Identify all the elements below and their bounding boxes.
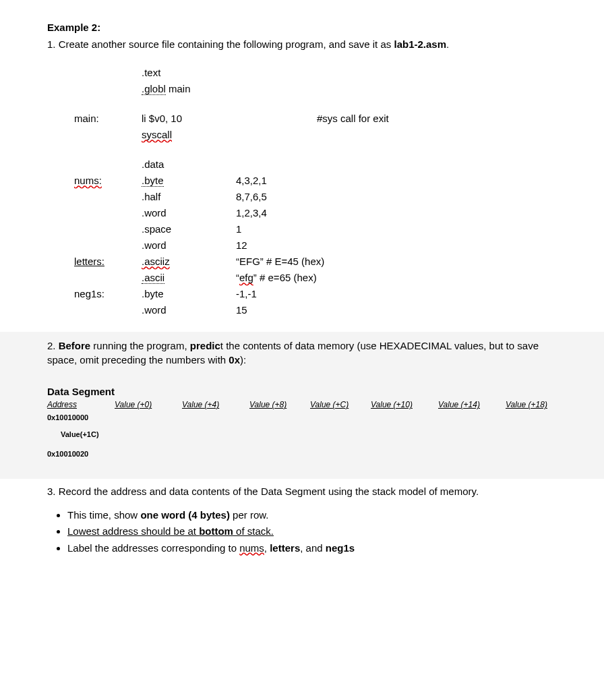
col-value-0: Value (+0) bbox=[115, 399, 182, 411]
instruction-text: li $v0, 10 bbox=[142, 111, 236, 127]
p2c: running the program, bbox=[90, 340, 190, 351]
b2b: bottom bbox=[199, 525, 233, 537]
directive-arg: main bbox=[166, 83, 191, 94]
instruction-1-text-a: 1. Create another source file containing… bbox=[47, 38, 394, 50]
list-item: Label the addresses corresponding to num… bbox=[67, 541, 557, 556]
page-content: Example 2: 1. Create another source file… bbox=[0, 0, 604, 584]
b3e: , and bbox=[300, 542, 326, 554]
directive-text: .data bbox=[142, 156, 236, 173]
value-text: 1,2,3,4 bbox=[236, 205, 317, 221]
value-text: 15 bbox=[236, 302, 317, 318]
comment-text: #sys call for exit bbox=[317, 111, 557, 127]
segment-data-row: 0x10010000 bbox=[47, 411, 557, 425]
directive-text: .half bbox=[142, 189, 236, 205]
directive-text: .text bbox=[142, 65, 236, 81]
code-line: nums: .byte 4,3,2,1 bbox=[74, 173, 557, 189]
directive-text: .word bbox=[142, 237, 236, 254]
code-line: .word 12 bbox=[74, 237, 557, 254]
value-text: -1,-1 bbox=[236, 286, 317, 302]
b3b: nums bbox=[239, 542, 264, 554]
segment-extra-col: Value(+1C) bbox=[47, 430, 557, 438]
code-line: .space 1 bbox=[74, 221, 557, 237]
col-value-18: Value (+18) bbox=[506, 399, 566, 411]
quote-c: ” # e=65 (hex) bbox=[253, 272, 317, 283]
code-line: .word 1,2,3,4 bbox=[74, 205, 557, 221]
p2b: Before bbox=[59, 340, 91, 351]
value-text: 4,3,2,1 bbox=[236, 173, 317, 189]
b2c: of stack. bbox=[233, 525, 274, 537]
code-line: .globl main bbox=[74, 81, 557, 97]
code-line: neg1s: .byte -1,-1 bbox=[74, 286, 557, 302]
label-nums: nums: bbox=[74, 175, 102, 186]
code-line: .data bbox=[74, 156, 557, 173]
b3c: , bbox=[264, 542, 270, 554]
directive-ascii: .ascii bbox=[142, 272, 164, 284]
bullet-list: This time, show one word (4 bytes) per r… bbox=[67, 508, 557, 556]
label-neg1s: neg1s: bbox=[74, 286, 142, 302]
list-item: Lowest address should be at bottom of st… bbox=[67, 524, 557, 539]
directive-text: .word bbox=[142, 302, 236, 318]
code-line: .word 15 bbox=[74, 302, 557, 318]
segment-header-row: Address Value (+0) Value (+4) Value (+8)… bbox=[47, 399, 557, 411]
label-letters: letters: bbox=[74, 256, 104, 267]
code-line: .ascii “efg” # e=65 (hex) bbox=[74, 270, 557, 286]
directive-text: .byte bbox=[142, 286, 236, 302]
instruction-1-text-c: . bbox=[446, 38, 449, 50]
p2d: predic bbox=[190, 340, 220, 351]
directive-text: .byte bbox=[142, 175, 164, 187]
code-line: letters: .asciiz “EFG” # E=45 (hex) bbox=[74, 254, 557, 270]
address-cell: 0x10010020 bbox=[47, 448, 115, 461]
directive-text: .space bbox=[142, 221, 236, 237]
directive-globl: .globl main bbox=[142, 81, 236, 97]
value-text: “EFG” # E=45 (hex) bbox=[236, 254, 317, 270]
p2a: 2. bbox=[47, 340, 59, 351]
p2f: 0x bbox=[229, 354, 240, 366]
address-cell: 0x10010000 bbox=[47, 411, 115, 425]
data-segment-title: Data Segment bbox=[47, 386, 557, 397]
directive-asciiz: .asciiz bbox=[142, 256, 170, 267]
b3d: letters bbox=[270, 542, 300, 554]
col-value-8: Value (+8) bbox=[249, 399, 310, 411]
instruction-syscall: syscall bbox=[142, 129, 172, 140]
code-line: .half 8,7,6,5 bbox=[74, 189, 557, 205]
col-value-10: Value (+10) bbox=[371, 399, 438, 411]
assembly-code-block: .text .globl main main: li $v0, 10 #sys … bbox=[74, 65, 557, 318]
directive-text: .word bbox=[142, 205, 236, 221]
p2g: ): bbox=[240, 354, 246, 366]
b3a: Label the addresses corresponding to bbox=[67, 542, 239, 554]
b2-underline: Lowest address should be at bottom of st… bbox=[67, 525, 274, 537]
directive-text: .globl bbox=[142, 83, 166, 95]
col-value-4: Value (+4) bbox=[182, 399, 249, 411]
value-text: 12 bbox=[236, 237, 317, 254]
col-address: Address bbox=[47, 399, 115, 411]
code-line: main: li $v0, 10 #sys call for exit bbox=[74, 111, 557, 127]
code-line: .text bbox=[74, 65, 557, 81]
b1c: per row. bbox=[230, 509, 269, 521]
efg-text: efg bbox=[239, 272, 253, 283]
b3f: neg1s bbox=[326, 542, 355, 554]
label-main: main: bbox=[74, 111, 142, 127]
col-value-c: Value (+C) bbox=[310, 399, 371, 411]
filename: lab1-2.asm bbox=[394, 38, 446, 50]
instruction-3: 3. Record the address and data contents … bbox=[47, 484, 557, 498]
instruction-2: 2. Before running the program, predict t… bbox=[47, 339, 557, 367]
code-line: syscall bbox=[74, 127, 557, 143]
value-text: 1 bbox=[236, 221, 317, 237]
value-text: “efg” # e=65 (hex) bbox=[236, 270, 317, 286]
b2a: Lowest address should be at bbox=[67, 525, 199, 537]
segment-data-row: 0x10010020 bbox=[47, 448, 557, 461]
value-text: 8,7,6,5 bbox=[236, 189, 317, 205]
instruction-1: 1. Create another source file containing… bbox=[47, 37, 557, 51]
b1a: This time, show bbox=[67, 509, 140, 521]
list-item: This time, show one word (4 bytes) per r… bbox=[67, 508, 557, 523]
b1b: one word (4 bytes) bbox=[140, 509, 230, 521]
example-heading: Example 2: bbox=[47, 20, 557, 34]
prediction-section: 2. Before running the program, predict t… bbox=[0, 332, 604, 479]
col-value-14: Value (+14) bbox=[438, 399, 506, 411]
